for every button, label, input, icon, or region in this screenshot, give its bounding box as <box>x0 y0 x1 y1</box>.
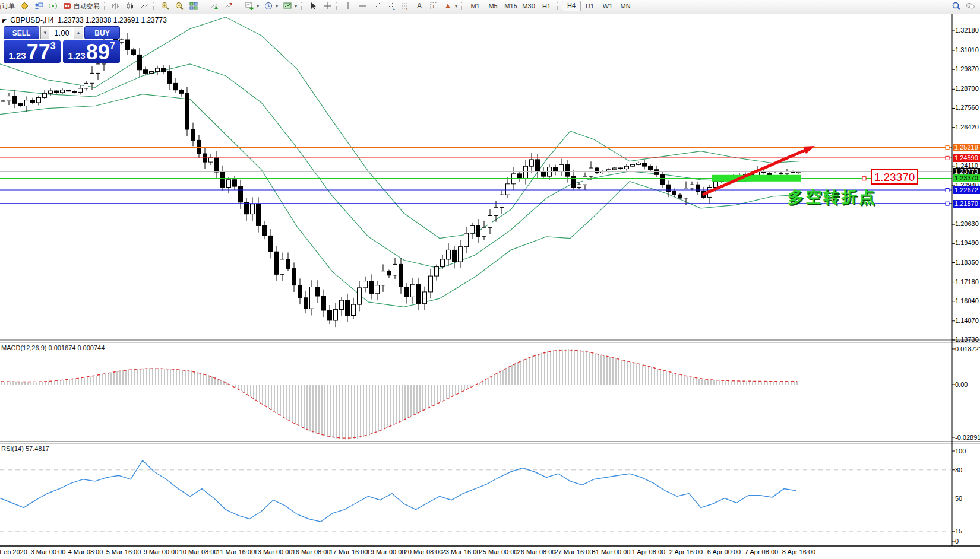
candlestick <box>120 40 124 42</box>
buy-button[interactable]: BUY <box>84 26 120 39</box>
timeframe-button-D1[interactable]: D1 <box>581 1 599 11</box>
candlestick <box>316 287 320 297</box>
line-handle[interactable] <box>946 188 949 192</box>
fibonacci-tool-button[interactable]: F <box>398 1 412 11</box>
trendline-tool-button[interactable] <box>369 1 384 11</box>
templates-button[interactable]: ▾ <box>280 1 299 11</box>
line-handle[interactable] <box>946 202 949 205</box>
sell-price-panel[interactable]: 1.23 77 3 <box>4 40 61 63</box>
price-tag: 1.25218 <box>953 144 980 151</box>
zoom-out-button[interactable] <box>172 1 186 11</box>
cursor-tool-button[interactable] <box>306 1 320 11</box>
candlestick <box>274 252 279 274</box>
horizontal-line-tool-button[interactable] <box>355 1 369 11</box>
candlestick <box>482 227 486 237</box>
strategy-tester-button[interactable] <box>46 1 60 11</box>
candlestick <box>447 250 451 259</box>
vertical-line-tool-button[interactable] <box>341 1 355 11</box>
tile-windows-button[interactable] <box>186 1 201 11</box>
volume-value[interactable]: 1.00 <box>49 28 74 37</box>
bar-chart-button[interactable] <box>109 1 123 11</box>
time-axis-label: 2 Apr 16:00 <box>669 548 703 555</box>
search-icon[interactable] <box>951 1 961 11</box>
chat-icon[interactable] <box>966 1 975 11</box>
market-watch-button[interactable] <box>17 1 31 11</box>
candlestick <box>156 68 160 72</box>
buy-price-big: 89 <box>86 43 110 62</box>
price-box-handle[interactable] <box>862 177 866 180</box>
chart-shift-button[interactable] <box>222 1 236 11</box>
volume-down-button[interactable]: ▼ <box>41 27 49 39</box>
chart-quote-line: ◤ GBPUSD-,H4 1.23733 1.23838 1.23691 1.2… <box>2 16 167 24</box>
price-level-text-box[interactable]: 1.23370 <box>871 169 918 185</box>
vertical-line-icon <box>343 1 353 11</box>
svg-text:E: E <box>393 7 395 11</box>
timeframe-button-H1[interactable]: H1 <box>538 1 555 11</box>
candlestick <box>601 171 605 173</box>
candlestick <box>191 129 195 140</box>
line-handle[interactable] <box>946 156 949 160</box>
terminal-person-icon <box>34 1 43 11</box>
label-tool-button[interactable]: T <box>426 1 441 11</box>
template-icon <box>283 1 292 11</box>
volume-stepper[interactable]: ▼ 1.00 ▲ <box>40 26 83 39</box>
candlestick <box>138 55 142 69</box>
timeframe-button-M30[interactable]: M30 <box>520 1 538 11</box>
crosshair-tool-button[interactable] <box>320 1 334 11</box>
arrows-tool-button[interactable]: ▾ <box>441 1 460 11</box>
candlestick <box>755 171 760 177</box>
timeframe-button-MN[interactable]: MN <box>617 1 634 11</box>
timeframe-button-H4[interactable]: H4 <box>562 1 581 11</box>
chart-marker-icon: ◤ <box>2 18 7 24</box>
candlestick <box>245 202 249 214</box>
auto-trading-button[interactable]: 自动交易 <box>60 1 102 11</box>
candlestick <box>363 281 368 288</box>
timeframe-button-M15[interactable]: M15 <box>502 1 520 11</box>
line-handle[interactable] <box>946 146 949 150</box>
price-axis-tick: 1.31010 <box>955 46 980 54</box>
candlestick <box>304 298 308 309</box>
new-chart-button[interactable]: ▾ <box>242 1 261 11</box>
time-axis-label: 4 Mar 08:00 <box>68 548 103 555</box>
timeframe-button-W1[interactable]: W1 <box>599 1 617 11</box>
candlestick <box>203 154 207 162</box>
macd-axis-label: 0.00 <box>955 381 980 388</box>
candlestick <box>702 192 706 198</box>
candlestick <box>476 225 480 236</box>
buy-price-panel[interactable]: 1.23 89 7 <box>63 40 120 63</box>
trend-arrow-head <box>803 146 815 154</box>
candlestick <box>340 300 344 309</box>
terminal-button[interactable] <box>31 1 46 11</box>
candlestick <box>577 185 581 187</box>
sell-price-prefix: 1.23 <box>8 50 26 62</box>
candlestick <box>720 178 724 182</box>
candlestick <box>328 310 332 320</box>
rsi-axis-label: 50 <box>955 495 980 502</box>
sell-button[interactable]: SELL <box>4 26 39 39</box>
volume-up-button[interactable]: ▲ <box>74 27 83 39</box>
periods-button[interactable]: ▾ <box>261 1 280 11</box>
fibonacci-icon: F <box>400 1 410 11</box>
candlestick-chart-button[interactable] <box>123 1 137 11</box>
green-highlight-bar[interactable] <box>712 175 801 182</box>
channel-tool-button[interactable]: E <box>384 1 398 11</box>
candlestick <box>132 50 136 55</box>
candlestick <box>78 88 83 93</box>
line-chart-icon <box>140 1 149 11</box>
timeframe-button-M1[interactable]: M1 <box>466 1 484 11</box>
new-order-button[interactable]: 新订单 <box>0 1 17 11</box>
candlestick <box>625 166 629 169</box>
zoom-in-button[interactable] <box>158 1 172 11</box>
text-tool-button[interactable]: A <box>412 1 426 11</box>
timeframe-button-M5[interactable]: M5 <box>484 1 502 11</box>
auto-scroll-button[interactable] <box>207 1 222 11</box>
toolbar-separator <box>301 2 304 10</box>
candlestick <box>459 247 463 262</box>
main-pane <box>0 17 801 327</box>
rsi-panel-label: RSI(14) 57.4817 <box>1 445 49 452</box>
candlestick <box>310 287 314 309</box>
zoom-out-icon <box>175 1 184 11</box>
candlestick <box>292 268 296 285</box>
line-chart-button[interactable] <box>137 1 151 11</box>
turning-point-annotation[interactable]: 多空转折点 <box>788 186 877 208</box>
